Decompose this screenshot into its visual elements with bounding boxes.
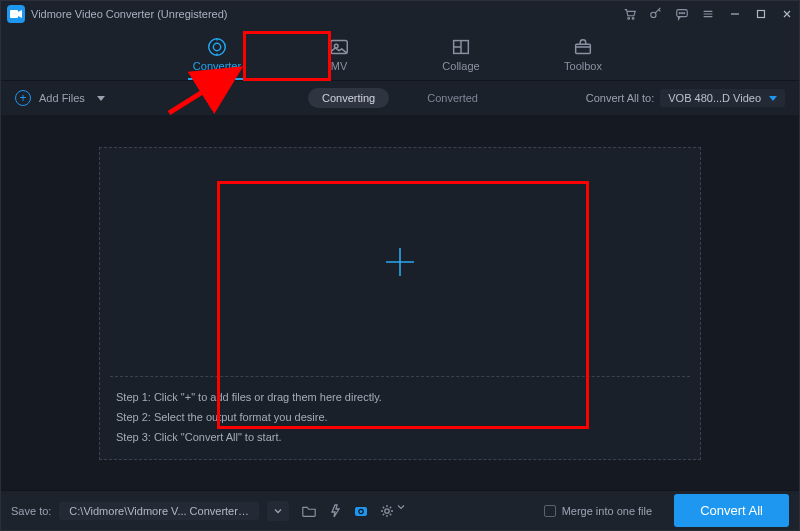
maximize-icon[interactable] (755, 8, 767, 20)
merge-label: Merge into one file (562, 505, 653, 517)
nav-mv[interactable]: MV (298, 27, 380, 80)
folder-open-icon[interactable] (301, 504, 317, 518)
svg-point-17 (385, 508, 389, 512)
dropzone[interactable]: Step 1: Click "+" to add files or drag t… (99, 147, 701, 460)
output-format-value: VOB 480...D Video (668, 92, 761, 104)
svg-rect-0 (10, 10, 18, 18)
merge-checkbox[interactable]: Merge into one file (544, 505, 653, 517)
add-files-button[interactable]: + Add Files (15, 90, 105, 106)
checkbox-icon (544, 505, 556, 517)
plus-circle-icon: + (15, 90, 31, 106)
app-logo (7, 5, 25, 23)
convert-all-button[interactable]: Convert All (674, 494, 789, 527)
step-1: Step 1: Click "+" to add files or drag t… (116, 391, 684, 403)
toolbox-icon (572, 36, 594, 58)
nav-toolbox[interactable]: Toolbox (542, 27, 624, 80)
tab-converting[interactable]: Converting (308, 88, 389, 108)
key-icon[interactable] (649, 7, 663, 21)
hamburger-icon[interactable] (701, 7, 715, 21)
svg-point-6 (682, 13, 683, 14)
chevron-down-icon (97, 96, 105, 101)
svg-point-2 (632, 18, 634, 20)
nav-mv-label: MV (331, 60, 348, 72)
bottom-tool-icons (301, 503, 405, 519)
titlebar: Vidmore Video Converter (Unregistered) (1, 1, 799, 27)
close-icon[interactable] (781, 8, 793, 20)
nav-converter-label: Converter (193, 60, 241, 72)
main-content: Step 1: Click "+" to add files or drag t… (1, 115, 799, 490)
save-path-dropdown[interactable] (267, 501, 289, 521)
add-plus-icon[interactable] (382, 244, 418, 280)
nav-collage[interactable]: Collage (420, 27, 502, 80)
minimize-icon[interactable] (729, 8, 741, 20)
svg-point-5 (679, 13, 680, 14)
save-path-value[interactable]: C:\Vidmore\Vidmore V... Converter\Conver… (59, 502, 259, 520)
svg-point-7 (684, 13, 685, 14)
sub-toolbar: + Add Files Converting Converted Convert… (1, 81, 799, 115)
app-title: Vidmore Video Converter (Unregistered) (31, 8, 227, 20)
speed-icon[interactable] (353, 503, 369, 519)
gpu-toggle-icon[interactable] (327, 503, 343, 519)
gear-icon[interactable] (379, 503, 405, 519)
convert-all-to: Convert All to: VOB 480...D Video (586, 89, 785, 107)
svg-point-1 (628, 18, 630, 20)
output-format-select[interactable]: VOB 480...D Video (660, 89, 785, 107)
chevron-down-icon (769, 96, 777, 101)
svg-point-10 (213, 43, 220, 50)
nav-converter[interactable]: Converter (176, 27, 258, 80)
nav-collage-label: Collage (442, 60, 479, 72)
svg-rect-15 (355, 507, 367, 516)
collage-icon (450, 36, 472, 58)
step-2: Step 2: Select the output format you des… (116, 411, 684, 423)
svg-rect-14 (576, 44, 591, 53)
dropzone-add-area[interactable] (100, 148, 700, 376)
converter-icon (206, 36, 228, 58)
save-to-label: Save to: (11, 505, 51, 517)
bottom-bar: Save to: C:\Vidmore\Vidmore V... Convert… (1, 490, 799, 530)
add-files-label: Add Files (39, 92, 85, 104)
mv-icon (328, 36, 350, 58)
speech-bubble-icon[interactable] (675, 7, 689, 21)
nav-toolbox-label: Toolbox (564, 60, 602, 72)
status-tabs: Converting Converted (308, 88, 492, 108)
app-window: Vidmore Video Converter (Unregistered) C… (0, 0, 800, 531)
window-controls (729, 8, 793, 20)
titlebar-actions (623, 7, 715, 21)
cart-icon[interactable] (623, 7, 637, 21)
svg-rect-8 (758, 11, 765, 18)
instructions: Step 1: Click "+" to add files or drag t… (100, 377, 700, 459)
main-nav: Converter MV Collage Toolbox (1, 27, 799, 81)
svg-point-9 (209, 38, 226, 55)
convert-all-to-label: Convert All to: (586, 92, 654, 104)
step-3: Step 3: Click "Convert All" to start. (116, 431, 684, 443)
tab-converted[interactable]: Converted (413, 88, 492, 108)
